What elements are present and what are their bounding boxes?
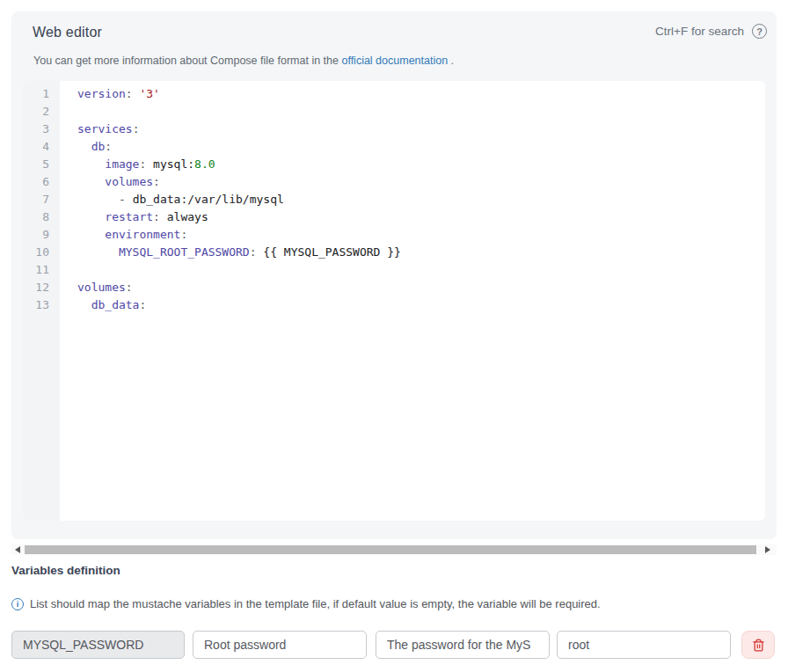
scrollbar-thumb[interactable] xyxy=(25,545,756,554)
code-line: volumes: xyxy=(77,173,765,191)
code-line: db_data: xyxy=(77,296,765,314)
code-line: services: xyxy=(77,121,765,138)
search-shortcut-label: Ctrl+F for search xyxy=(655,25,744,38)
horizontal-scrollbar[interactable] xyxy=(11,544,777,555)
line-number: 12 xyxy=(23,279,49,296)
hint-text-after: . xyxy=(448,55,454,67)
compose-format-hint: You can get more information about Compo… xyxy=(33,55,454,67)
line-number: 6 xyxy=(23,173,49,191)
remove-variable-button[interactable] xyxy=(741,631,775,659)
variable-description-input[interactable] xyxy=(376,631,550,659)
editor-line-numbers: 12345678910111213 xyxy=(23,81,60,521)
scrollbar-left-arrow-icon[interactable] xyxy=(15,546,20,553)
line-number: 2 xyxy=(23,103,49,121)
code-line: version: '3' xyxy=(77,85,765,103)
info-icon: i xyxy=(11,598,24,610)
variable-default-input[interactable] xyxy=(557,631,731,659)
line-number: 13 xyxy=(23,296,49,314)
line-number: 7 xyxy=(23,191,49,208)
line-number: 9 xyxy=(23,226,49,244)
code-line: MYSQL_ROOT_PASSWORD: {{ MYSQL_PASSWORD }… xyxy=(77,244,765,261)
variables-definition-heading: Variables definition xyxy=(11,564,120,577)
help-icon[interactable]: ? xyxy=(752,24,767,39)
code-line: db: xyxy=(77,138,765,156)
code-line: environment: xyxy=(77,226,765,244)
line-number: 5 xyxy=(23,156,49,173)
code-line xyxy=(77,261,765,279)
code-line: image: mysql:8.0 xyxy=(77,156,765,173)
trash-icon xyxy=(752,639,765,652)
code-line xyxy=(77,103,765,121)
code-editor[interactable]: 12345678910111213 version: '3' services:… xyxy=(23,81,765,521)
line-number: 4 xyxy=(23,138,49,156)
code-line: - db_data:/var/lib/mysql xyxy=(77,191,765,208)
line-number: 1 xyxy=(23,85,49,103)
code-line: volumes: xyxy=(77,279,765,296)
variable-label-input[interactable] xyxy=(193,631,367,659)
official-documentation-link[interactable]: official documentation xyxy=(341,55,448,67)
page-title: Web editor xyxy=(33,25,102,40)
editor-code-area[interactable]: version: '3' services: db: image: mysql:… xyxy=(60,81,765,521)
line-number: 11 xyxy=(23,261,49,279)
hint-text-before: You can get more information about Compo… xyxy=(33,55,341,67)
search-shortcut-hint: Ctrl+F for search ? xyxy=(655,24,767,39)
code-line: restart: always xyxy=(77,208,765,226)
variables-info-line: i List should map the mustache variables… xyxy=(11,597,601,610)
line-number: 8 xyxy=(23,208,49,226)
variables-info-text: List should map the mustache variables i… xyxy=(30,597,601,610)
scrollbar-right-arrow-icon[interactable] xyxy=(765,546,770,553)
variable-name-input[interactable] xyxy=(11,631,185,659)
web-editor-card: Web editor Ctrl+F for search ? You can g… xyxy=(11,11,777,539)
line-number: 3 xyxy=(23,121,49,138)
line-number: 10 xyxy=(23,244,49,261)
